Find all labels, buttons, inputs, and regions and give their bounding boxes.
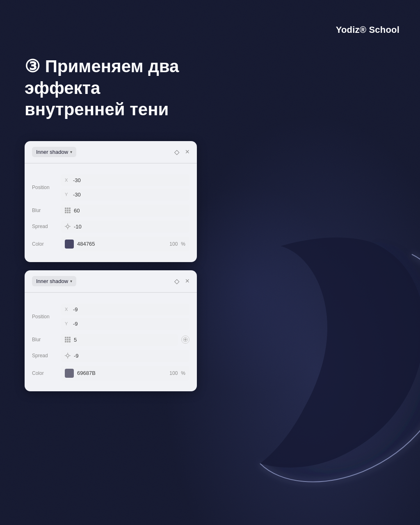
panel-2-type-label: Inner shadow <box>36 278 68 284</box>
spread-icon <box>65 224 71 229</box>
expand-button[interactable] <box>181 336 189 344</box>
panel-2-color-opacity: 100 <box>169 370 178 376</box>
chevron-down-icon-2: ▾ <box>70 279 72 283</box>
spread-label: Spread <box>32 224 61 229</box>
panel-1-position-fields: X -30 Y -30 <box>61 174 189 201</box>
svg-rect-20 <box>65 341 66 342</box>
panel-1-color-opacity: 100 <box>169 241 178 247</box>
panel-1-color-percent: % <box>181 241 185 247</box>
blur-label-2: Blur <box>32 337 61 342</box>
panel-1-body: Position X -30 Y -30 Blur <box>25 168 197 262</box>
svg-rect-6 <box>65 212 66 213</box>
panel-1-header-left: Inner shadow ▾ <box>32 147 76 157</box>
panel-2-x-value: -9 <box>73 306 78 313</box>
panel-2-spread-fields: -9 <box>61 350 189 362</box>
panel-1: Inner shadow ▾ ◇ × Position X -30 <box>25 141 197 262</box>
svg-point-9 <box>66 225 69 228</box>
color-label: Color <box>32 241 61 247</box>
svg-rect-4 <box>67 210 68 211</box>
svg-rect-7 <box>67 212 68 213</box>
panel-2-spread-row: Spread -9 <box>32 350 189 362</box>
svg-rect-0 <box>65 208 66 209</box>
svg-rect-16 <box>69 337 71 338</box>
panel-1-header: Inner shadow ▾ ◇ × <box>25 141 197 163</box>
panel-2-color-row: Color 69687B 100 % <box>32 366 189 381</box>
drop-icon-2: ◇ <box>174 277 179 285</box>
panel-2-header-right: ◇ × <box>174 277 189 285</box>
panel-1-blur-value: 60 <box>74 208 80 214</box>
panel-1-spread-input[interactable]: -10 <box>61 221 189 233</box>
panel-1-color-row: Color 484765 100 % <box>32 237 189 251</box>
panel-2-blur-row: Blur 5 <box>32 334 189 346</box>
panel-2-color-fields: 69687B 100 % <box>61 366 189 381</box>
panel-2-header-left: Inner shadow ▾ <box>32 276 76 286</box>
panel-2-spread-value: -9 <box>74 353 79 359</box>
color-label-2: Color <box>32 370 61 376</box>
panel-1-blur-fields: 60 <box>61 205 189 217</box>
panel-2: Inner shadow ▾ ◇ × Position X -9 <box>25 270 197 391</box>
panel-1-x-value: -30 <box>73 177 81 183</box>
svg-rect-21 <box>67 341 68 342</box>
panel-1-spread-value: -10 <box>74 224 82 230</box>
panel-1-type-label: Inner shadow <box>36 149 68 155</box>
x-axis-label: X <box>65 178 70 183</box>
svg-point-26 <box>66 354 69 357</box>
panel-2-x-field[interactable]: X -9 <box>61 304 189 315</box>
spread-label-2: Spread <box>32 353 61 358</box>
panel-1-y-field[interactable]: Y -30 <box>61 189 189 201</box>
panel-1-blur-input[interactable]: 60 <box>61 205 189 217</box>
svg-rect-14 <box>65 337 66 338</box>
panel-2-y-value: -9 <box>73 321 78 327</box>
panel-2-type-dropdown[interactable]: Inner shadow ▾ <box>32 276 76 286</box>
svg-rect-15 <box>67 337 68 338</box>
blur-label: Blur <box>32 208 61 213</box>
panel-1-color-fields: 484765 100 % <box>61 237 189 251</box>
panel-1-color-swatch <box>65 240 74 249</box>
panel-2-spread-input[interactable]: -9 <box>61 350 189 362</box>
spread-icon-2 <box>65 353 71 358</box>
panel-1-blur-row: Blur <box>32 205 189 217</box>
grid-icon <box>65 208 71 213</box>
panel-1-header-right: ◇ × <box>174 148 189 156</box>
panel-1-y-value: -30 <box>73 192 81 198</box>
panel-2-body: Position X -9 Y -9 Blur <box>25 297 197 391</box>
panel-2-header: Inner shadow ▾ ◇ × <box>25 270 197 292</box>
y-axis-label-2: Y <box>65 321 70 326</box>
panel-1-position-row: Position X -30 Y -30 <box>32 174 189 201</box>
panel-2-y-field[interactable]: Y -9 <box>61 318 189 330</box>
panel-2-color-percent: % <box>181 370 185 376</box>
panel-2-color-hex: 69687B <box>77 370 96 376</box>
page-content: Yodiz® School ③ Применяем два эффекта вн… <box>0 0 420 424</box>
chevron-down-icon: ▾ <box>70 150 72 154</box>
title-line2: внутренней тени <box>25 100 169 119</box>
panel-1-x-field[interactable]: X -30 <box>61 174 189 186</box>
svg-rect-1 <box>67 208 68 209</box>
panel-2-blur-input[interactable]: 5 <box>61 334 178 346</box>
panel-1-spread-fields: -10 <box>61 221 189 233</box>
brand-header: Yodiz® School <box>25 25 399 35</box>
position-label: Position <box>32 185 61 190</box>
svg-rect-3 <box>65 210 66 211</box>
position-label-2: Position <box>32 314 61 320</box>
panel-2-color-swatch <box>65 369 74 378</box>
expand-icon <box>183 337 188 342</box>
panel-2-position-fields: X -9 Y -9 <box>61 304 189 330</box>
title-line1: ③ Применяем два эффекта <box>25 57 179 98</box>
y-axis-label: Y <box>65 192 70 197</box>
panel-1-color-input[interactable]: 484765 100 % <box>61 237 189 251</box>
svg-rect-8 <box>69 212 71 213</box>
close-icon-2[interactable]: × <box>185 277 189 285</box>
panel-2-color-input[interactable]: 69687B 100 % <box>61 366 189 381</box>
svg-rect-22 <box>69 341 71 342</box>
svg-rect-18 <box>67 339 68 340</box>
page-title: ③ Применяем два эффекта внутренней тени <box>25 56 254 121</box>
panel-1-type-dropdown[interactable]: Inner shadow ▾ <box>32 147 76 157</box>
grid-icon-2 <box>65 337 71 342</box>
drop-icon: ◇ <box>174 148 179 156</box>
x-axis-label-2: X <box>65 307 70 312</box>
svg-rect-2 <box>69 208 71 209</box>
svg-rect-5 <box>69 210 71 211</box>
svg-rect-19 <box>69 339 71 340</box>
close-icon[interactable]: × <box>185 148 189 156</box>
panel-1-color-hex: 484765 <box>77 241 95 247</box>
